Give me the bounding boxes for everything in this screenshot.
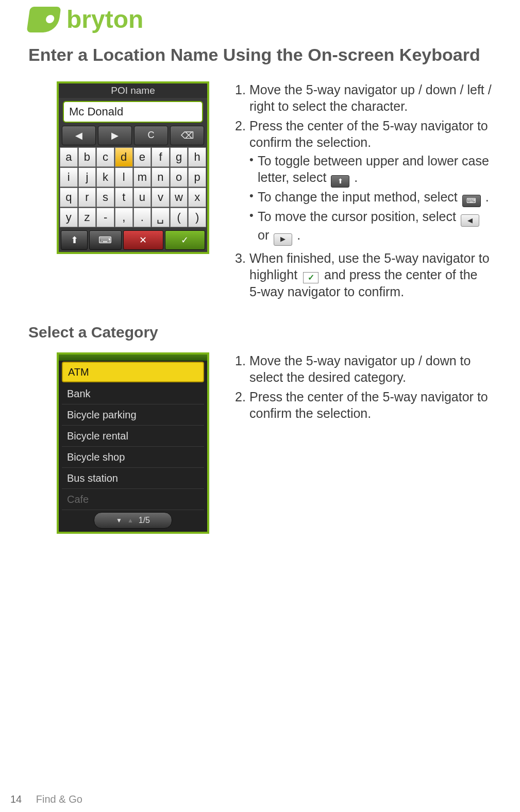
check-icon: ✓ bbox=[303, 272, 318, 283]
key-o[interactable]: o bbox=[170, 167, 188, 187]
section1-instructions: 1. Move the 5-way navigator up / down / … bbox=[235, 81, 492, 303]
key-i[interactable]: i bbox=[60, 167, 78, 187]
key-m[interactable]: m bbox=[133, 167, 152, 187]
brand-logo: bryton bbox=[28, 0, 492, 33]
key-)[interactable]: ) bbox=[188, 208, 206, 227]
step-text: Press the center of the 5-way navigator … bbox=[249, 388, 492, 421]
cursor-right-button[interactable]: ▶ bbox=[98, 126, 132, 145]
category-pager[interactable]: ▼ ▲ 1/5 bbox=[94, 512, 172, 529]
bullet-dot: • bbox=[249, 189, 258, 207]
category-list: ATMBankBicycle parkingBicycle rentalBicy… bbox=[59, 361, 207, 510]
category-item[interactable]: Bank bbox=[62, 383, 204, 404]
bullet-text-tail: . bbox=[354, 170, 358, 184]
category-list-screenshot: ATMBankBicycle parkingBicycle rentalBicy… bbox=[57, 352, 209, 534]
poi-keyboard-screenshot: POI name Mc Donald ◀ ▶ C ⌫ abcdefghijklm… bbox=[57, 81, 209, 254]
backspace-button[interactable]: ⌫ bbox=[170, 126, 204, 145]
cursor-left-button[interactable]: ◀ bbox=[62, 126, 96, 145]
step-number: 2. bbox=[235, 388, 249, 421]
input-method-button[interactable]: ⌨ bbox=[89, 230, 122, 250]
brand-wordmark: bryton bbox=[66, 5, 143, 33]
key-([interactable]: ( bbox=[170, 208, 188, 227]
key-w[interactable]: w bbox=[170, 188, 188, 207]
key-q[interactable]: q bbox=[60, 188, 78, 207]
step-number: 1. bbox=[235, 352, 249, 385]
key-␣[interactable]: ␣ bbox=[152, 208, 170, 227]
section2-title: Select a Category bbox=[28, 324, 492, 341]
key-s[interactable]: s bbox=[96, 188, 114, 207]
section1-title: Enter a Location Name Using the On-scree… bbox=[28, 44, 492, 66]
keyboard-ime-icon: ⌨ bbox=[462, 195, 481, 207]
section2-instructions: 1. Move the 5-way navigator up / down to… bbox=[235, 352, 492, 425]
key-h[interactable]: h bbox=[188, 147, 206, 167]
key-a[interactable]: a bbox=[60, 147, 78, 167]
step-number: 1. bbox=[235, 81, 249, 114]
category-header-bar bbox=[59, 354, 207, 361]
category-item[interactable]: Bicycle shop bbox=[62, 447, 204, 468]
key-n[interactable]: n bbox=[152, 167, 170, 187]
category-item[interactable]: Bicycle rental bbox=[62, 426, 204, 447]
page-down-icon[interactable]: ▼ bbox=[116, 517, 122, 524]
poi-name-input[interactable]: Mc Donald bbox=[63, 101, 203, 123]
step-number: 3. bbox=[235, 250, 249, 300]
step-text: Move the 5-way navigator up / down to se… bbox=[249, 352, 492, 385]
key-j[interactable]: j bbox=[78, 167, 96, 187]
key-,[interactable]: , bbox=[115, 208, 133, 227]
bullet-dot: • bbox=[249, 208, 258, 246]
category-item[interactable]: Cafe bbox=[62, 489, 204, 510]
key-t[interactable]: t bbox=[115, 188, 133, 207]
key-f[interactable]: f bbox=[152, 147, 170, 167]
bullet-dot: • bbox=[249, 153, 258, 188]
shift-button[interactable]: ⬆ bbox=[61, 230, 88, 250]
step-text: Press the center of the 5-way navigator … bbox=[249, 119, 488, 149]
key-y[interactable]: y bbox=[60, 208, 78, 227]
key-l[interactable]: l bbox=[115, 167, 133, 187]
category-item[interactable]: Bicycle parking bbox=[62, 404, 204, 426]
bullet-text: To move the cursor position, select bbox=[258, 209, 460, 224]
key-c[interactable]: c bbox=[96, 147, 114, 167]
cancel-button[interactable]: ✕ bbox=[123, 230, 163, 250]
clear-button[interactable]: C bbox=[134, 126, 168, 145]
key-z[interactable]: z bbox=[78, 208, 96, 227]
cursor-left-icon: ◀ bbox=[461, 214, 479, 227]
bullet-text-tail: . bbox=[485, 190, 489, 204]
key-x[interactable]: x bbox=[188, 188, 206, 207]
key-k[interactable]: k bbox=[96, 167, 114, 187]
page-up-icon: ▲ bbox=[127, 517, 133, 524]
bullet-text: To change the input method, select bbox=[258, 190, 461, 204]
cursor-right-icon: ▶ bbox=[274, 233, 292, 246]
key-r[interactable]: r bbox=[78, 188, 96, 207]
key-p[interactable]: p bbox=[188, 167, 206, 187]
key-b[interactable]: b bbox=[78, 147, 96, 167]
page-indicator: 1/5 bbox=[139, 516, 150, 525]
bullet-text-tail: . bbox=[297, 228, 300, 242]
confirm-button[interactable]: ✓ bbox=[165, 230, 205, 250]
poi-screen-title: POI name bbox=[59, 83, 207, 98]
step-number: 2. bbox=[235, 117, 249, 247]
key-d[interactable]: d bbox=[115, 147, 133, 167]
shift-icon: ⬆ bbox=[331, 175, 349, 188]
bullet-text: To toggle between upper and lower case l… bbox=[258, 154, 489, 184]
bullet-text-or: or bbox=[258, 228, 273, 242]
category-item[interactable]: Bus station bbox=[62, 468, 204, 489]
key--[interactable]: - bbox=[96, 208, 114, 227]
key-u[interactable]: u bbox=[133, 188, 152, 207]
key-.[interactable]: . bbox=[133, 208, 152, 227]
key-e[interactable]: e bbox=[133, 147, 152, 167]
brand-badge-icon bbox=[26, 7, 61, 32]
key-g[interactable]: g bbox=[170, 147, 188, 167]
step-text: Move the 5-way navigator up / down / lef… bbox=[249, 81, 492, 114]
keyboard-grid: abcdefghijklmnopqrstuvwxyz-,.␣() bbox=[59, 147, 207, 227]
key-v[interactable]: v bbox=[152, 188, 170, 207]
category-item[interactable]: ATM bbox=[62, 362, 204, 382]
